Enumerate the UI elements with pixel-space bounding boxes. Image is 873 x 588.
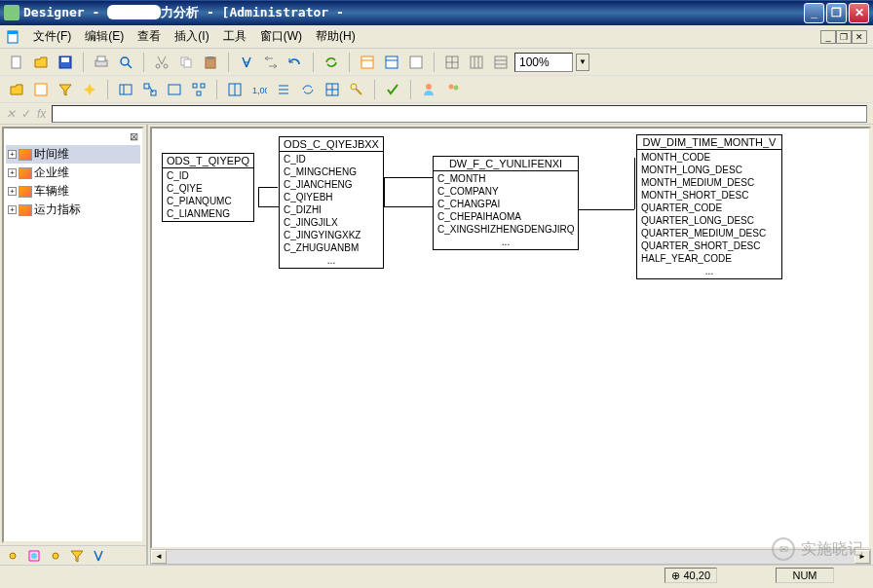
tb2-key-button[interactable] (346, 79, 367, 100)
replace-button[interactable] (260, 52, 282, 73)
entity-column[interactable]: C_MONTH (437, 172, 574, 185)
entity-column[interactable]: QUARTER_MEDIUM_DESC (641, 227, 778, 239)
tree-item-vehicle[interactable]: + 车辆维 (6, 182, 140, 201)
grid3-button[interactable] (490, 52, 512, 73)
zoom-dropdown[interactable]: ▼ (576, 54, 589, 71)
entity-column[interactable]: MONTH_MEDIUM_DESC (641, 176, 778, 189)
tb2-user2-button[interactable] (442, 79, 464, 100)
mdi-minimize[interactable]: _ (820, 30, 836, 44)
grid2-button[interactable] (466, 52, 487, 73)
tab-find[interactable] (90, 548, 105, 564)
preview-button[interactable] (115, 52, 136, 73)
tb2-struct4-button[interactable] (188, 79, 209, 100)
expand-icon[interactable]: + (8, 205, 17, 214)
tree-item-capacity[interactable]: + 运力指标 (6, 201, 140, 219)
refresh-button[interactable] (321, 52, 342, 73)
entity-column[interactable]: QUARTER_LONG_DESC (641, 214, 778, 227)
entity-column[interactable]: QUARTER_CODE (641, 202, 778, 214)
tree-item-company[interactable]: + 企业维 (6, 164, 140, 182)
menu-help[interactable]: 帮助(H) (310, 26, 361, 47)
open-button[interactable] (30, 52, 52, 73)
entity-ods-t-qiyepq[interactable]: ODS_T_QIYEPQ C_ID C_QIYE C_PIANQUMC C_LI… (162, 153, 254, 222)
scroll-left-button[interactable]: ◄ (151, 550, 167, 564)
entity-column[interactable]: C_DIZHI (284, 203, 379, 216)
entity-column[interactable]: C_XINGSHIZHENGDENGJIRQ (437, 223, 574, 236)
menu-window[interactable]: 窗口(W) (254, 26, 308, 47)
diagram-canvas[interactable]: ODS_T_QIYEPQ C_ID C_QIYE C_PIANQUMC C_LI… (150, 127, 871, 549)
entity-column[interactable]: C_CHEPAIHAOMA (437, 210, 574, 223)
cut-button[interactable] (151, 52, 172, 73)
tb2-user1-button[interactable] (418, 79, 439, 100)
tb2-folder-button[interactable] (6, 79, 27, 100)
tb2-struct5-button[interactable] (224, 79, 246, 100)
entity-column[interactable]: MONTH_SHORT_DESC (641, 189, 778, 202)
menu-edit[interactable]: 编辑(E) (79, 26, 130, 47)
entity-column[interactable]: C_ID (167, 169, 249, 182)
expand-icon[interactable]: + (8, 168, 17, 177)
tb2-sparkle-button[interactable] (79, 79, 100, 100)
print-button[interactable] (91, 52, 112, 73)
tab-filter[interactable] (68, 548, 84, 564)
entity-column[interactable]: C_ID (284, 153, 379, 165)
close-button[interactable]: ✕ (849, 3, 869, 23)
entity-column[interactable]: C_COMPANY (437, 185, 574, 198)
entity-dw-f-c-yunlifenxi[interactable]: DW_F_C_YUNLIFENXI C_MONTH C_COMPANY C_CH… (433, 156, 579, 250)
entity-column[interactable]: HALF_YEAR_CODE (641, 252, 778, 265)
formula-fx[interactable]: fx (37, 107, 46, 121)
menu-insert[interactable]: 插入(I) (169, 26, 214, 47)
tb2-check-button[interactable] (382, 79, 403, 100)
horizontal-scrollbar[interactable]: ◄ ► (150, 549, 871, 565)
entity-column[interactable]: C_ZHUGUANBM (284, 241, 379, 254)
entity-column[interactable]: C_JIANCHENG (284, 178, 379, 191)
grid1-button[interactable] (441, 52, 463, 73)
save-button[interactable] (55, 52, 76, 73)
sheet2-button[interactable] (381, 52, 402, 73)
entity-column[interactable]: C_QIYEBH (284, 191, 379, 203)
entity-column[interactable]: C_MINGCHENG (284, 165, 379, 178)
tb2-dec-button[interactable]: 1,00 (248, 79, 270, 100)
formula-cancel[interactable]: ✕ (6, 107, 16, 121)
panel-close-icon[interactable]: ⊠ (6, 130, 140, 145)
paste-button[interactable] (200, 52, 221, 73)
menu-view[interactable]: 查看 (132, 26, 167, 47)
tb2-props-button[interactable] (30, 79, 52, 100)
tab-shape[interactable] (25, 548, 41, 564)
entity-column[interactable]: C_QIYE (167, 182, 249, 195)
entity-ods-c-qiyejbxx[interactable]: ODS_C_QIYEJBXX C_ID C_MINGCHENG C_JIANCH… (279, 136, 384, 269)
formula-input[interactable] (52, 105, 867, 123)
mdi-restore[interactable]: ❐ (836, 30, 852, 44)
sheet3-button[interactable] (405, 52, 427, 73)
tab-radio1[interactable] (4, 548, 19, 564)
entity-column[interactable]: C_CHANGPAI (437, 198, 574, 210)
tb2-struct2-button[interactable] (139, 79, 161, 100)
minimize-button[interactable]: _ (804, 3, 824, 23)
menu-file[interactable]: 文件(F) (27, 26, 77, 47)
tree-item-time[interactable]: + 时间维 (6, 145, 140, 164)
undo-button[interactable] (285, 52, 306, 73)
sheet-button[interactable] (357, 52, 378, 73)
tb2-grid-button[interactable] (322, 79, 343, 100)
tb2-list-button[interactable] (273, 79, 294, 100)
entity-column[interactable]: C_JINGJILX (284, 216, 379, 229)
tb2-struct3-button[interactable] (164, 79, 185, 100)
entity-column[interactable]: MONTH_CODE (641, 151, 778, 164)
tab-radio2[interactable] (47, 548, 62, 564)
tb2-refresh2-button[interactable] (297, 79, 319, 100)
entity-column[interactable]: C_JINGYINGXKZ (284, 229, 379, 241)
expand-icon[interactable]: + (8, 187, 17, 196)
mdi-close[interactable]: ✕ (852, 30, 867, 44)
expand-icon[interactable]: + (8, 150, 17, 159)
menu-tool[interactable]: 工具 (217, 26, 252, 47)
tb2-filter-button[interactable] (55, 79, 76, 100)
entity-dw-dim-time-month-v[interactable]: DW_DIM_TIME_MONTH_V MONTH_CODE MONTH_LON… (636, 134, 782, 279)
maximize-button[interactable]: ❐ (826, 3, 847, 23)
zoom-input[interactable]: 100% (514, 53, 573, 72)
entity-column[interactable]: MONTH_LONG_DESC (641, 164, 778, 176)
formula-accept[interactable]: ✓ (21, 107, 31, 121)
entity-column[interactable]: QUARTER_SHORT_DESC (641, 239, 778, 252)
entity-column[interactable]: C_PIANQUMC (167, 195, 249, 207)
entity-column[interactable]: C_LIANMENG (167, 207, 249, 220)
tb2-struct1-button[interactable] (115, 79, 136, 100)
find-button[interactable] (236, 52, 257, 73)
new-button[interactable] (6, 52, 27, 73)
